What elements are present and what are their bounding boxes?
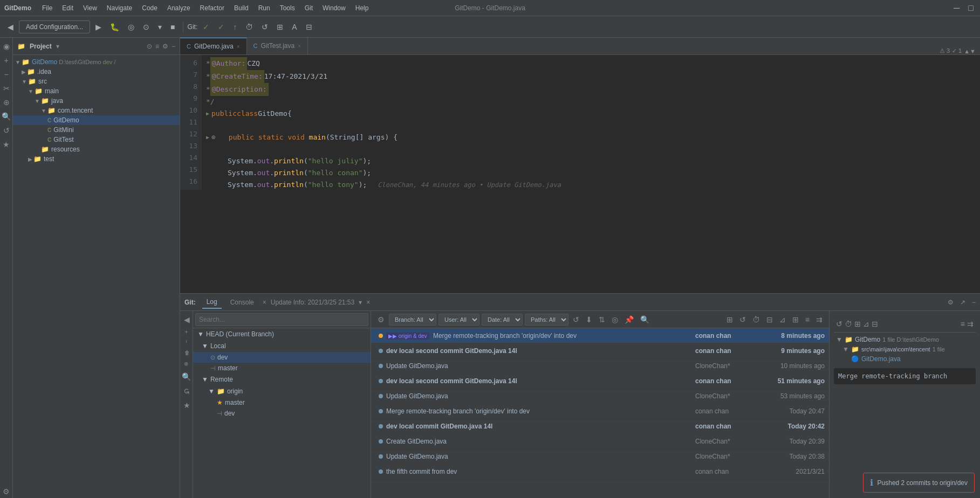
git-nav-refresh[interactable]: ↺: [181, 386, 192, 397]
log-user-filter[interactable]: User: All: [438, 314, 479, 326]
git-panel-expand[interactable]: ↗: [960, 299, 965, 306]
sidebar-icon-8[interactable]: ★: [2, 138, 11, 151]
console-close[interactable]: ×: [263, 299, 266, 306]
tree-com-tencent[interactable]: ▼ 📁 com.tencent: [13, 106, 180, 115]
tree-gitdemo-file[interactable]: C GitDemo: [13, 115, 180, 125]
git-revert-icon[interactable]: ↺: [258, 20, 271, 33]
branch-remote-header[interactable]: ▼ Remote: [193, 374, 371, 385]
git-tab-console[interactable]: Console: [226, 296, 258, 308]
log-pin-icon[interactable]: 📌: [622, 314, 636, 325]
log-sort-icon[interactable]: ⇅: [597, 314, 607, 325]
right-icon-1[interactable]: ↺: [836, 320, 842, 328]
log-columns-icon[interactable]: ⊞: [790, 314, 801, 325]
sidebar-icon-2[interactable]: +: [3, 54, 9, 67]
log-time-icon[interactable]: ⏱: [750, 314, 762, 325]
menu-view[interactable]: View: [79, 2, 101, 14]
branch-origin-dev[interactable]: ⊣ dev: [193, 408, 371, 419]
menu-code[interactable]: Code: [138, 2, 162, 14]
tree-java[interactable]: ▼ 📁 java: [13, 96, 180, 106]
right-tree-repo[interactable]: ▼ 📁 GitDemo 1 file D:\test\GitDemo: [834, 335, 976, 344]
git-copy-icon[interactable]: ⊞: [273, 20, 286, 33]
sidebar-icon-5[interactable]: ⊕: [2, 96, 11, 109]
git-nav-merge[interactable]: ⊕: [182, 359, 190, 368]
sidebar-icon-1[interactable]: ◉: [2, 40, 11, 53]
git-panel-settings[interactable]: ⚙: [948, 299, 954, 306]
log-undo-icon[interactable]: ↺: [737, 314, 748, 325]
right-icon-expand[interactable]: ⇉: [967, 320, 974, 328]
commit-row-7[interactable]: Create GitDemo.java CloneChan* Today 20:…: [371, 434, 829, 449]
tree-gittest-file[interactable]: C GitTest: [13, 135, 180, 144]
git-check2-icon[interactable]: ✓: [215, 20, 228, 33]
git-translate-icon[interactable]: A: [289, 20, 300, 33]
sidebar-icon-7[interactable]: ↺: [2, 124, 11, 137]
settings-icon[interactable]: ⚙: [162, 43, 168, 50]
dropdown-arrow[interactable]: ▾: [56, 43, 59, 50]
tab-gitgtest[interactable]: C GitTest.java ×: [247, 38, 309, 54]
sidebar-icon-3[interactable]: −: [3, 68, 9, 81]
minimize-button[interactable]: ─: [951, 3, 962, 13]
log-settings-icon[interactable]: ⚙: [375, 314, 387, 325]
dropdown-icon[interactable]: ▾: [155, 20, 165, 33]
update-close[interactable]: ×: [366, 299, 370, 306]
log-indent-icon[interactable]: ≡: [803, 314, 812, 325]
log-branch-filter[interactable]: Branch: All: [389, 314, 436, 326]
git-nav-search[interactable]: 🔍: [181, 370, 192, 384]
sidebar-icon-6[interactable]: 🔍: [1, 110, 12, 123]
commit-row-9[interactable]: the fifth commit from dev conan chan 202…: [371, 464, 829, 479]
right-icon-4[interactable]: ⊿: [863, 320, 869, 328]
menu-window[interactable]: Window: [318, 2, 350, 14]
tree-root[interactable]: ▼ 📁 GitDemo D:\test\GitDemo dev /: [13, 57, 180, 67]
menu-edit[interactable]: Edit: [58, 2, 78, 14]
log-fetch-icon[interactable]: ⬇: [584, 314, 594, 325]
update-info-dropdown[interactable]: ▾: [359, 299, 362, 306]
run-icon[interactable]: ▶: [92, 20, 105, 33]
git-history-icon[interactable]: ⏱: [242, 20, 256, 33]
log-date-filter[interactable]: Date: All: [482, 314, 523, 326]
tab-gitgest-close[interactable]: ×: [298, 43, 301, 49]
scope-icon[interactable]: ⊙: [147, 43, 152, 50]
log-filter2-icon[interactable]: ⊿: [777, 314, 788, 325]
log-eye-icon[interactable]: ◎: [609, 314, 620, 325]
branch-local-master[interactable]: ⊣ master: [193, 363, 371, 374]
commit-row-1[interactable]: dev local second commit GitDemo.java 14l…: [371, 343, 829, 358]
tab-gitdemo-close[interactable]: ×: [237, 44, 240, 50]
tab-gitdemo[interactable]: C GitDemo.java ×: [180, 38, 247, 54]
commit-row-0[interactable]: ▶▶ origin & dev Merge remote-tracking br…: [371, 328, 829, 343]
tree-gitmini-file[interactable]: C GitMini: [13, 125, 180, 135]
stop-icon[interactable]: ■: [167, 20, 178, 33]
tree-test[interactable]: ▶ 📁 test: [13, 154, 180, 164]
menu-analyze[interactable]: Analyze: [163, 2, 195, 14]
maximize-button[interactable]: □: [966, 3, 976, 13]
menu-help[interactable]: Help: [351, 2, 373, 14]
git-nav-remove[interactable]: −: [182, 338, 190, 345]
tree-resources[interactable]: 📁 resources: [13, 144, 180, 154]
add-configuration-button[interactable]: Add Configuration...: [19, 20, 90, 33]
tree-idea[interactable]: ▶ 📁 .idea: [13, 67, 180, 77]
git-nav-add[interactable]: +: [182, 328, 190, 336]
log-grid-icon[interactable]: ⊟: [764, 314, 775, 325]
back-arrow-icon[interactable]: ◀: [4, 20, 17, 33]
git-tab-log[interactable]: Log: [202, 296, 222, 309]
branch-origin-header[interactable]: ▼ 📁 origin: [193, 385, 371, 397]
git-extra-icon[interactable]: ⊟: [303, 20, 316, 33]
log-search-icon[interactable]: 🔍: [638, 314, 652, 325]
log-paths-filter[interactable]: Paths: All: [525, 314, 568, 326]
log-branch-view-icon[interactable]: ⊞: [724, 314, 735, 325]
git-panel-minimize[interactable]: −: [972, 299, 976, 306]
menu-refactor[interactable]: Refactor: [196, 2, 229, 14]
list-icon[interactable]: ≡: [155, 43, 159, 50]
menu-navigate[interactable]: Navigate: [102, 2, 136, 14]
right-icon-2[interactable]: ⏱: [845, 320, 852, 328]
menu-build[interactable]: Build: [230, 2, 253, 14]
tree-main[interactable]: ▼ 📁 main: [13, 86, 180, 96]
coverage-icon[interactable]: ◎: [125, 20, 138, 33]
commit-row-3[interactable]: dev local second commit GitDemo.java 14l…: [371, 374, 829, 389]
git-check-icon[interactable]: ✓: [200, 20, 213, 33]
commit-row-2[interactable]: Update GitDemo.java CloneChan* 10 minute…: [371, 358, 829, 374]
menu-git[interactable]: Git: [300, 2, 317, 14]
sidebar-icon-settings[interactable]: ⚙: [2, 485, 11, 498]
tree-src[interactable]: ▼ 📁 src: [13, 77, 180, 86]
menu-file[interactable]: File: [38, 2, 57, 14]
sidebar-icon-4[interactable]: ✂: [2, 82, 11, 95]
branch-local-header[interactable]: ▼ Local: [193, 340, 371, 352]
